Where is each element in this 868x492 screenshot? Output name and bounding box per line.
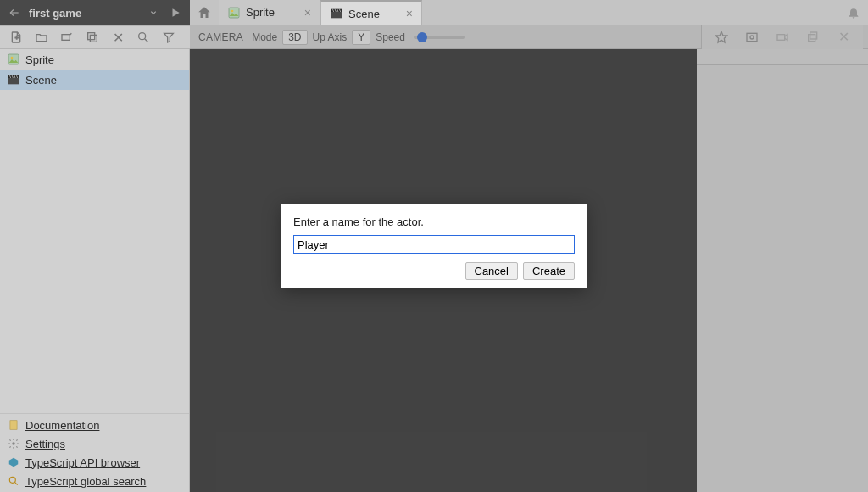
new-actor-dialog: Enter a name for the actor. Cancel Creat…: [281, 204, 587, 288]
modal-overlay: Enter a name for the actor. Cancel Creat…: [0, 0, 868, 492]
dialog-message: Enter a name for the actor.: [293, 215, 575, 228]
actor-name-input[interactable]: [293, 235, 575, 254]
cancel-button[interactable]: Cancel: [465, 262, 518, 280]
create-button[interactable]: Create: [523, 262, 575, 280]
